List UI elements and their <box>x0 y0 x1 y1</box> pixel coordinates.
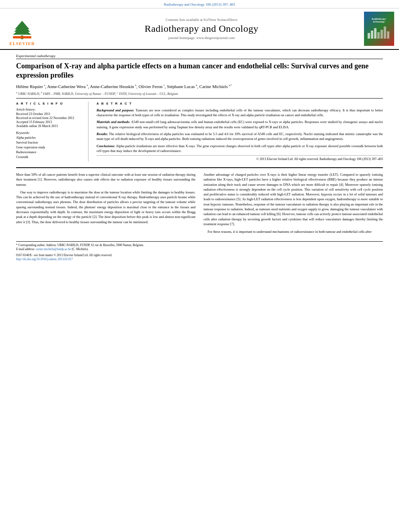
abstract-background: Background and purpose: Tumours are now … <box>97 108 383 118</box>
article-history: Article history: Received 23 October 201… <box>16 108 82 128</box>
cover-thumbnail: Radiotherapy&Oncology <box>364 12 394 46</box>
svg-rect-8 <box>377 32 380 39</box>
abstract-section: A B S T R A C T Background and purpose: … <box>97 102 383 162</box>
affil-a: URBC-NARILIS; <box>18 92 40 96</box>
abstract-results: Results: The relative biological effecti… <box>97 131 383 142</box>
article-info-section: A R T I C L E I N F O Article history: R… <box>16 102 88 162</box>
cover-title-text: Radiotherapy&Oncology <box>367 18 391 23</box>
elsevier-brand-text: ELSEVIER <box>9 41 35 46</box>
keywords-label: Keywords: <box>16 131 82 135</box>
methods-text: A549 non-small-cell lung adenocarcinoma … <box>97 120 383 129</box>
svg-rect-5 <box>368 33 370 39</box>
affil-b: IARN – PMR, NARILIS, University of Namur… <box>43 92 116 96</box>
journal-title-text: Radiotherapy and Oncology <box>144 23 258 34</box>
keyword-1: Alpha particles <box>16 136 82 140</box>
authors-line: Hélène Riquier a, Anne-Catherine Wera b,… <box>16 84 383 90</box>
keyword-2: Survival fraction <box>16 140 82 145</box>
svg-rect-10 <box>384 27 386 39</box>
svg-rect-11 <box>387 31 389 39</box>
revised-date: Received in revised form 22 November 201… <box>16 116 82 120</box>
main-content: Experimental radiotherapy Comparison of … <box>0 50 399 266</box>
section-label: Experimental radiotherapy <box>16 54 383 59</box>
svg-rect-9 <box>380 30 383 39</box>
article-info-abstract: A R T I C L E I N F O Article history: R… <box>16 102 383 162</box>
journal-homepage: journal homepage: www.thegreenjournal.co… <box>169 36 235 40</box>
footnote-corresponding: * Corresponding author. Address: URBC-NA… <box>16 243 383 248</box>
keyword-4: Radioresistance <box>16 150 82 155</box>
abstract-title: A B S T R A C T <box>97 102 383 105</box>
keywords-section: Keywords: Alpha particles Survival fract… <box>16 131 82 160</box>
elsevier-logo: ELSEVIER <box>4 12 40 46</box>
affiliations: a URBC-NARILIS; b IARN – PMR, NARILIS, U… <box>16 91 383 99</box>
abstract-copyright: © 2013 Elsevier Ireland Ltd. All rights … <box>97 155 383 162</box>
cover-chart-icon <box>367 25 391 39</box>
received-date: Received 23 October 2011 <box>16 112 82 116</box>
abstract-conclusions: Conclusions: Alpha particle irradiations… <box>97 144 383 154</box>
email-label: E-mail address: <box>16 247 35 251</box>
abstract-methods: Materials and methods: A549 non-small-ce… <box>97 119 383 129</box>
abstract-text: Background and purpose: Tumours are now … <box>97 108 383 162</box>
affil-c: FATH, University of Louvain – UCL, Belgi… <box>119 92 178 96</box>
body-para-1: More than 50% of all cancer patients ben… <box>16 172 195 187</box>
conclusions-text: Alpha particle irradiations are more eff… <box>97 144 383 153</box>
svg-rect-4 <box>13 36 31 38</box>
keywords-list: Alpha particles Survival fraction Gene e… <box>16 136 82 160</box>
background-heading: Background and purpose: <box>97 108 134 112</box>
methods-heading: Materials and methods: <box>97 120 130 124</box>
journal-reference: Radiotherapy and Oncology 106 (2013) 397… <box>0 0 399 8</box>
accepted-date: Accepted 15 February 2013 <box>16 120 82 124</box>
footnote-issn: 0167-8140/$ - see front matter © 2013 El… <box>16 253 383 258</box>
journal-title-section: Contents lists available at SciVerse Sci… <box>44 12 359 46</box>
svg-rect-6 <box>371 31 373 39</box>
keyword-5: Crosstalk <box>16 155 82 160</box>
history-label: Article history: <box>16 108 82 111</box>
article-title: Comparison of X-ray and alpha particle e… <box>16 62 383 80</box>
results-text: The relative biological effectiveness of… <box>97 132 383 141</box>
journal-ref-text: Radiotherapy and Oncology 106 (2013) 397… <box>164 2 235 6</box>
authors-text: Hélène Riquier a, Anne-Catherine Wera b,… <box>16 84 232 89</box>
results-heading: Results: <box>97 132 108 136</box>
article-info-title: A R T I C L E I N F O <box>16 102 82 105</box>
body-para-4: For these reasons, it is important to un… <box>204 229 383 234</box>
body-col-left: More than 50% of all cancer patients ben… <box>16 172 195 237</box>
elsevier-tree-icon <box>10 20 34 40</box>
body-para-3: Another advantage of charged particles o… <box>204 172 383 226</box>
sciverse-line: Contents lists available at SciVerse Sci… <box>166 18 238 22</box>
doi-link[interactable]: http://dx.doi.org/10.1016/j.radonc.2013.… <box>16 257 73 261</box>
keyword-3: Gene expression study <box>16 145 82 150</box>
conclusions-heading: Conclusions: <box>97 144 115 148</box>
footnote-section: * Corresponding author. Address: URBC-NA… <box>16 241 383 262</box>
journal-header: ELSEVIER Contents lists available at Sci… <box>0 8 399 50</box>
body-columns: More than 50% of all cancer patients ben… <box>16 172 383 237</box>
background-text: Tumours are now considered as complex ti… <box>97 108 383 117</box>
body-section: More than 50% of all cancer patients ben… <box>16 167 383 237</box>
footnote-doi: http://dx.doi.org/10.1016/j.radonc.2013.… <box>16 257 383 262</box>
body-para-2: One way to improve radiotherapy is to ma… <box>16 190 195 224</box>
svg-rect-7 <box>374 28 376 39</box>
body-col-right: Another advantage of charged particles o… <box>204 172 383 237</box>
journal-cover-image: Radiotherapy&Oncology <box>363 12 395 46</box>
sciverse-text: Contents lists available at SciVerse Sci… <box>166 18 238 22</box>
footnote-email: E-mail address: carine.michiels@fundp.ac… <box>16 247 383 252</box>
available-date: Available online 26 March 2013 <box>16 124 82 128</box>
email-link[interactable]: carine.michiels@fundp.ac.be <box>36 247 71 251</box>
email-suffix: (C. Michiels). <box>72 247 88 251</box>
